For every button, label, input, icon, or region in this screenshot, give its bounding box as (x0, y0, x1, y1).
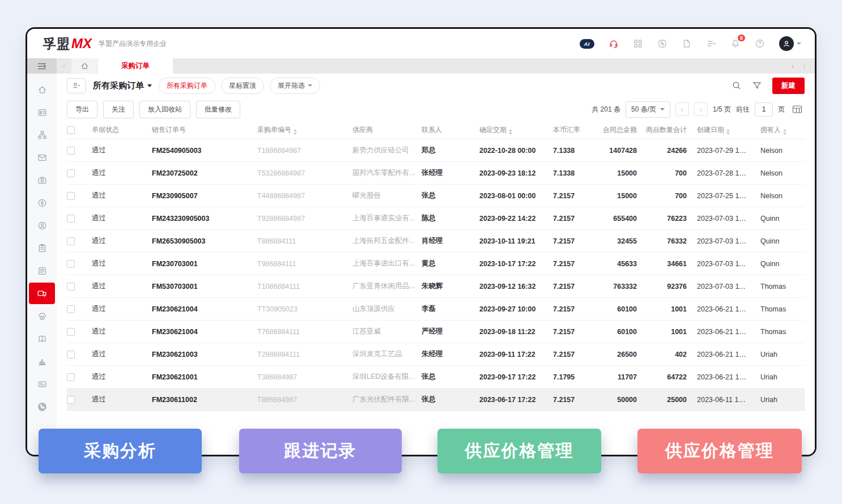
goto-page-input[interactable] (755, 102, 773, 117)
column-label: 销售订单号 (152, 126, 186, 134)
delivery-date-cell: 2023-09-17 17:22 (479, 373, 553, 381)
funnel-filter-icon[interactable] (752, 80, 762, 91)
filter-pill-2[interactable]: 星标置顶 (221, 78, 264, 94)
contract-amount-cell: 15000 (590, 192, 641, 200)
batch-edit-button[interactable]: 批量修改 (196, 101, 240, 118)
sort-icon[interactable] (783, 129, 786, 135)
supply-price-management-button-2[interactable]: 供应价格管理 (637, 429, 802, 473)
tab-purchase-orders[interactable]: 采购订单 (98, 58, 173, 74)
table-row[interactable]: 通过FM230621004T7686884111江苏亚威严经理2023-09-1… (67, 321, 805, 343)
table-row[interactable]: 通过FM2540905003T1886884987新势力供应链公司郑总2022-… (67, 139, 805, 162)
collapse-menu-icon[interactable] (27, 58, 57, 74)
sidebar-item-home[interactable] (30, 78, 54, 101)
sidebar-item-mail[interactable] (30, 146, 54, 169)
new-button[interactable]: 新建 (772, 78, 805, 94)
col-owner[interactable]: 拥有人 (751, 125, 800, 135)
table-row[interactable]: 通过FM530703001T1086884111广东亚青休闲用品...朱晓辉20… (67, 275, 805, 298)
call-service-icon[interactable] (657, 39, 667, 49)
table-row[interactable]: 通过FM230725002T53286884987国邦汽车零配件有...张经理2… (67, 162, 805, 185)
table-row[interactable]: 通过FM230621001T386884987深圳LED设备有限...张总202… (67, 366, 805, 388)
view-selector[interactable]: 所有采购订单 (93, 80, 152, 91)
row-checkbox[interactable] (67, 283, 75, 291)
sidebar-item-explore[interactable] (30, 191, 54, 214)
sidebar-item-warehouse[interactable] (30, 305, 54, 327)
col-supplier[interactable]: 供应商 (352, 125, 422, 135)
worklist-icon[interactable] (706, 39, 716, 49)
col-sales-order-no[interactable]: 销售订单号 (152, 125, 257, 135)
search-icon[interactable] (732, 80, 742, 91)
col-quantity-total[interactable]: 商品数量合计 (641, 125, 691, 135)
purchase-analysis-button[interactable]: 采购分析 (39, 429, 202, 473)
sidebar-item-reports[interactable] (30, 350, 54, 373)
sort-icon[interactable] (509, 129, 512, 135)
export-button[interactable]: 导出 (67, 101, 97, 118)
supplier-cell: 上海拓邦五金配件... (352, 236, 422, 246)
col-delivery-date[interactable]: 确定交期 (479, 125, 553, 135)
filter-pill-3[interactable]: 展开筛选 (270, 78, 320, 94)
row-checkbox[interactable] (67, 351, 75, 358)
next-page-button[interactable]: › (694, 102, 708, 116)
row-checkbox[interactable] (67, 237, 75, 245)
camera-bag-icon (37, 176, 47, 185)
tab-scroll-left-icon[interactable]: ‹ (57, 58, 71, 74)
prev-page-button[interactable]: ‹ (675, 102, 689, 116)
help-icon[interactable] (755, 39, 765, 49)
col-contact[interactable]: 联系人 (422, 125, 479, 135)
sort-icon[interactable] (294, 129, 297, 135)
page-size-select[interactable]: 50 条/页 (626, 101, 670, 118)
row-checkbox[interactable] (67, 328, 75, 336)
row-checkbox[interactable] (67, 215, 75, 223)
col-doc-status[interactable]: 单据状态 (92, 125, 152, 135)
apps-grid-icon[interactable] (633, 39, 643, 49)
headset-support-icon[interactable] (609, 39, 619, 49)
tab-scroll-right-icon[interactable]: › (792, 62, 794, 70)
sidebar-item-sales-orders[interactable] (30, 259, 54, 282)
table-row[interactable]: 通过FM26530905003T886884111上海拓邦五金配件...肖经理2… (67, 230, 805, 253)
sidebar-item-ledger[interactable] (30, 327, 54, 350)
table-row[interactable]: 通过FM230905007T44886884987曜光股份张总2023-08-0… (67, 185, 805, 207)
notification-bell-icon[interactable]: 8 (730, 39, 741, 49)
phone-record-icon[interactable] (682, 39, 692, 49)
goto-label: 前往 (736, 105, 750, 114)
sidebar-item-organization[interactable] (30, 123, 54, 146)
column-settings-icon[interactable] (790, 102, 805, 116)
sort-icon[interactable] (726, 129, 730, 135)
sidebar-item-contacts[interactable] (30, 101, 54, 123)
sidebar-item-whatsapp[interactable] (30, 395, 54, 418)
supply-price-management-button[interactable]: 供应价格管理 (437, 429, 601, 473)
table-row[interactable]: 通过FM230621004TT30905023山东顶源供应李磊2023-09-2… (67, 298, 805, 321)
col-created-date[interactable]: 创建日期 (691, 125, 751, 135)
filter-pill-1[interactable]: 所有采购订单 (159, 78, 215, 94)
row-checkbox[interactable] (67, 260, 75, 268)
table-row[interactable]: 通过FM243230905003T92886884987上海百事通实业有...陈… (67, 207, 805, 230)
table-row[interactable]: 通过FM230611002T886884987广东光伏配件有限...张总2023… (67, 388, 805, 411)
tab-more-icon[interactable]: ⋮ (801, 62, 808, 70)
sidebar-item-products[interactable] (30, 169, 54, 191)
follow-up-records-button[interactable]: 跟进记录 (239, 429, 402, 473)
row-checkbox[interactable] (67, 192, 75, 200)
sidebar-item-quotes[interactable] (30, 237, 54, 259)
table-row[interactable]: 通过FM230621003T2886884111深圳麦克工艺品朱经理2023-0… (67, 343, 805, 366)
col-purchase-no[interactable]: 采购单编号 (257, 125, 352, 135)
table-row[interactable]: 通过FM230703001T986884111上海百事进出口有...黄总2023… (67, 253, 805, 275)
col-contract-amount[interactable]: 合同总金额 (590, 125, 641, 135)
row-checkbox[interactable] (67, 147, 75, 155)
view-selector-icon[interactable] (67, 78, 86, 93)
follow-button[interactable]: 关注 (103, 101, 134, 118)
recycle-bin-button[interactable]: 放入回收站 (139, 101, 190, 118)
row-checkbox[interactable] (67, 169, 75, 177)
sidebar-item-purchase-orders[interactable] (29, 283, 55, 304)
contract-amount-cell: 1407428 (590, 147, 641, 155)
user-avatar[interactable] (779, 36, 801, 51)
sidebar-item-scan[interactable] (30, 373, 54, 395)
row-checkbox[interactable] (67, 396, 75, 404)
row-checkbox-cell (67, 373, 92, 381)
row-checkbox[interactable] (67, 373, 75, 381)
sidebar-item-customers[interactable] (30, 214, 54, 237)
contract-amount-cell: 60100 (590, 305, 641, 313)
col-exchange-rate[interactable]: 本币汇率 (553, 125, 590, 135)
select-all-checkbox[interactable] (67, 126, 75, 134)
home-tab[interactable] (71, 58, 97, 74)
ai-assistant-icon[interactable]: AI (580, 39, 595, 49)
row-checkbox[interactable] (67, 305, 75, 313)
